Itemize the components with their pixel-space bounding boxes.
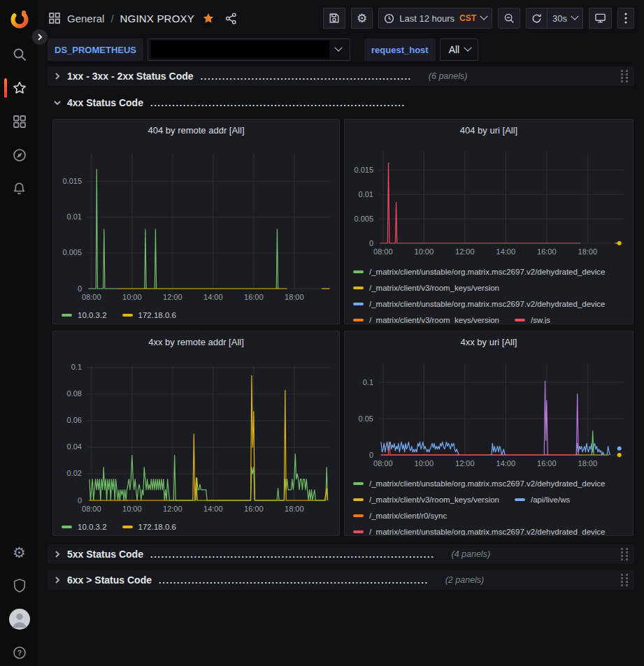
chart-canvas[interactable]: 00.020.040.060.080.108:0010:0012:0014:00…	[53, 352, 339, 535]
save-icon	[329, 13, 340, 24]
panel-title-text: 404 by uri [All]	[460, 125, 517, 136]
drag-handle-icon[interactable]	[620, 573, 629, 590]
refresh-interval-dropdown[interactable]: 30s	[547, 8, 583, 29]
legend-item[interactable]: 10.0.3.2	[62, 523, 107, 531]
grafana-logo[interactable]	[0, 8, 38, 29]
chevron-down-icon	[480, 13, 487, 20]
panel-body: 00.0050.010.01508:0010:0012:0014:0016:00…	[53, 140, 339, 324]
legend-label: /_matrix/client/unstable/org.matrix.msc2…	[369, 300, 606, 308]
legend-label: /_matrix/client/unstable/org.matrix.msc2…	[369, 528, 606, 536]
drag-handle-icon[interactable]	[620, 547, 629, 564]
series-line	[276, 229, 278, 289]
panel-404-by-remote-addr: 404 by remote addr [All] 00.0050.010.015…	[52, 119, 340, 324]
ds-prometheus-dropdown[interactable]	[148, 38, 350, 61]
row-title: 4xx Status Code	[67, 97, 143, 108]
dashboard-title[interactable]: NGINX PROXY	[120, 13, 194, 24]
row-4xx[interactable]: 4xx Status Code ........................…	[48, 93, 634, 113]
panel-title-text: 4xx by remote addr [All]	[148, 337, 244, 347]
alerting-bell-icon[interactable]	[0, 180, 38, 197]
legend-item[interactable]: /_matrix/client/unstable/org.matrix.msc2…	[353, 300, 606, 308]
cycle-view-mode-button[interactable]	[589, 8, 612, 29]
time-range-label: Last 12 hours	[399, 13, 455, 24]
chart-canvas[interactable]: 00.0050.010.01508:0010:0012:0014:0016:00…	[53, 140, 339, 324]
legend-item[interactable]: /_matrix/client/v3/room_keys/version	[353, 495, 499, 504]
legend-item[interactable]: 172.18.0.6	[122, 523, 176, 531]
legend-row: 10.0.3.2172.18.0.6	[62, 307, 336, 323]
drag-handle-icon[interactable]	[620, 69, 629, 86]
timezone-label: CST	[459, 13, 476, 23]
starred-dashboards-icon[interactable]	[0, 80, 38, 96]
row-dots: ........................................…	[159, 575, 429, 586]
breadcrumb-folder[interactable]: General	[67, 13, 104, 24]
search-icon[interactable]	[0, 46, 38, 63]
y-tick-label: 0.015	[354, 166, 373, 174]
series-endpoint-dot	[617, 241, 622, 245]
series-line	[155, 229, 156, 289]
time-range-picker[interactable]: Last 12 hours CST	[378, 8, 492, 29]
variable-label-ds-prometheus[interactable]: DS_PROMETHEUS	[48, 38, 143, 61]
row-1xx-3xx-2xx[interactable]: 1xx - 3xx - 2xx Status Code ............…	[48, 66, 634, 86]
apps-icon[interactable]	[48, 12, 61, 24]
kebab-menu-button[interactable]	[617, 8, 634, 29]
legend-item[interactable]: 172.18.0.6	[122, 311, 176, 319]
series-line	[492, 443, 505, 455]
legend-swatch	[515, 319, 525, 321]
y-tick-label: 0.05	[359, 414, 373, 423]
legend-row: /_matrix/client/unstable/org.matrix.msc2…	[353, 523, 630, 535]
dashboards-icon[interactable]	[0, 113, 38, 130]
y-tick-label: 0.1	[71, 363, 82, 371]
legend-item[interactable]: /_matrix/client/unstable/org.matrix.msc2…	[353, 479, 606, 488]
legend-item[interactable]: /_matrix/client/v3/room_keys/version	[353, 284, 499, 292]
x-tick-label: 10:00	[122, 505, 142, 513]
dashboard-variables: DS_PROMETHEUS request_host All	[38, 36, 644, 63]
share-icon[interactable]	[225, 13, 237, 24]
save-dashboard-button[interactable]	[323, 8, 345, 29]
breadcrumb-separator: /	[110, 13, 113, 24]
variable-label-request-host[interactable]: request_host	[364, 38, 436, 61]
x-tick-label: 14:00	[203, 293, 223, 301]
legend-item[interactable]: /_matrix/client/unstable/org.matrix.msc2…	[353, 528, 606, 536]
explore-compass-icon[interactable]	[0, 147, 38, 164]
panel-title[interactable]: 404 by remote addr [All]	[53, 120, 339, 140]
legend-item[interactable]: 10.0.3.2	[62, 311, 107, 319]
y-tick-label: 0.08	[67, 389, 82, 398]
chevron-right-icon	[53, 550, 62, 558]
configuration-gear-icon[interactable]: ⚙	[0, 544, 38, 560]
refresh-group: 30s	[526, 8, 583, 29]
row-6xx[interactable]: 6xx > Status Code ......................…	[48, 570, 634, 590]
x-tick-label: 10:00	[122, 293, 142, 301]
refresh-button[interactable]	[526, 8, 547, 29]
legend-item[interactable]: /_matrix/client/v3/room_keys/version	[353, 316, 499, 324]
legend-label: 10.0.3.2	[78, 523, 107, 531]
x-tick-label: 16:00	[537, 459, 557, 468]
row-dots: ........................................…	[150, 98, 406, 108]
sidebar-expand-button[interactable]	[31, 28, 49, 46]
zoom-out-button[interactable]	[498, 8, 520, 29]
dashboard-settings-button[interactable]: ⚙	[351, 8, 373, 29]
row-panel-count: (4 panels)	[451, 549, 490, 559]
legend-row: /_matrix/client/unstable/org.matrix.msc2…	[353, 296, 630, 312]
request-host-dropdown[interactable]: All	[440, 38, 479, 61]
panel-title[interactable]: 4xx by uri [All]	[345, 331, 633, 352]
legend: 10.0.3.2172.18.0.6	[62, 307, 336, 323]
panel-404-by-uri: 404 by uri [All] 00.0050.010.01508:0010:…	[344, 119, 634, 324]
legend-item[interactable]: /api/live/ws	[515, 495, 570, 504]
chevron-right-icon	[53, 576, 62, 584]
chevron-down-icon	[53, 99, 62, 107]
x-tick-label: 12:00	[455, 247, 475, 256]
legend-swatch	[353, 303, 364, 305]
row-5xx[interactable]: 5xx Status Code ........................…	[48, 544, 634, 564]
favorite-star-icon[interactable]	[202, 12, 215, 24]
series-line	[380, 163, 581, 243]
legend-item[interactable]: /_matrix/client/unstable/org.matrix.msc2…	[353, 268, 606, 276]
panel-title[interactable]: 404 by uri [All]	[345, 120, 633, 140]
y-tick-label: 0	[78, 496, 82, 505]
panel-title-text: 404 by remote addr [All]	[148, 125, 244, 136]
legend-item[interactable]: /_matrix/client/r0/sync	[353, 512, 447, 520]
help-icon[interactable]: ?	[0, 644, 38, 661]
server-admin-shield-icon[interactable]	[0, 577, 38, 594]
gear-icon: ⚙	[357, 13, 367, 24]
legend-item[interactable]: /sw.js	[515, 316, 550, 324]
user-avatar[interactable]	[0, 609, 38, 630]
panel-title[interactable]: 4xx by remote addr [All]	[53, 331, 339, 352]
